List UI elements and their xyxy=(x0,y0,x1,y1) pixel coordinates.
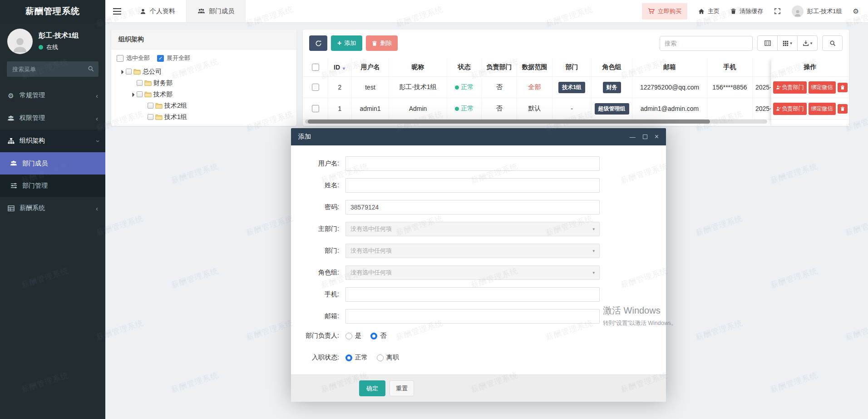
add-button[interactable]: +添加 xyxy=(331,35,362,51)
tree-node-company[interactable]: 总公司 xyxy=(117,66,291,77)
col-phone[interactable]: 手机 xyxy=(707,58,753,77)
delete-button[interactable]: 删除 xyxy=(366,35,398,51)
expand-all-checkbox[interactable]: ✓ xyxy=(157,55,164,62)
role-group-label: 角色组: xyxy=(291,269,345,277)
col-username[interactable]: 用户名 xyxy=(352,58,389,77)
export-button[interactable]: ▾ xyxy=(797,35,818,51)
sitemap-icon xyxy=(7,138,15,145)
sidebar-item-organization[interactable]: 组织架构 ‹ xyxy=(0,130,105,152)
sliders-icon xyxy=(10,182,17,189)
email-label: 邮箱: xyxy=(291,312,345,320)
buy-now-button[interactable]: 立即购买 xyxy=(642,3,687,20)
sidebar: 薪酬管理系统 彭工-技术1组 在线 ⚙ 常规管理 ‹ 权限管理 ‹ 组织架 xyxy=(0,0,105,419)
select-all-checkbox[interactable] xyxy=(312,64,319,71)
tree-node-tech-group1[interactable]: 技术1组 xyxy=(117,111,291,123)
tree-node-checkbox[interactable] xyxy=(126,69,132,75)
dept-badge: 技术1组 xyxy=(558,82,585,93)
tree-node-checkbox[interactable] xyxy=(148,103,153,109)
tab-dept-members[interactable]: 部门成员 xyxy=(186,0,246,22)
status-normal-radio[interactable]: 正常 xyxy=(345,354,368,362)
row-checkbox[interactable] xyxy=(312,84,319,91)
person-check-icon xyxy=(776,85,781,90)
tree-node-checkbox[interactable] xyxy=(137,91,143,97)
row-checkbox[interactable] xyxy=(312,105,319,112)
maximize-icon[interactable] xyxy=(643,135,647,139)
status-left-radio[interactable]: 离职 xyxy=(377,354,399,362)
close-icon[interactable]: × xyxy=(655,133,659,140)
reset-button[interactable]: 重置 xyxy=(390,380,414,396)
col-email[interactable]: 邮箱 xyxy=(632,58,707,77)
trash-icon xyxy=(840,85,845,90)
email-field[interactable] xyxy=(345,309,600,324)
col-dept[interactable]: 部门 xyxy=(552,58,592,77)
horizontal-scrollbar[interactable] xyxy=(305,120,767,124)
check-all-checkbox[interactable] xyxy=(117,55,123,62)
plus-icon: + xyxy=(337,40,341,47)
fullname-field[interactable] xyxy=(345,178,600,193)
tab-profile[interactable]: 个人资料 xyxy=(129,0,186,22)
col-id[interactable]: ID▼ xyxy=(328,58,352,77)
org-structure-panel: 组织架构 选中全部 ✓ 展开全部 总公司 财务部 xyxy=(111,30,296,126)
password-field[interactable] xyxy=(345,200,600,214)
assign-dept-button[interactable]: 负责部门 xyxy=(773,103,807,115)
sidebar-item-dept-members[interactable]: 部门成员 xyxy=(0,152,105,175)
main-dept-select[interactable]: 没有选中任何项▾ xyxy=(345,222,600,236)
sidebar-search-input[interactable] xyxy=(7,61,99,77)
detail-view-button[interactable] xyxy=(757,35,778,51)
tree-expand-caret[interactable] xyxy=(130,92,135,97)
sort-desc-icon: ▼ xyxy=(342,66,346,71)
tree-node-tech-group2[interactable]: 技术2组 xyxy=(117,100,291,111)
tree-node-checkbox[interactable] xyxy=(137,80,143,86)
user-status-label: 在线 xyxy=(46,43,58,51)
sidebar-item-dept-manage[interactable]: 部门管理 xyxy=(0,175,105,197)
trash-icon xyxy=(730,8,736,15)
col-leader[interactable]: 负责部门 xyxy=(482,58,517,77)
phone-label: 手机: xyxy=(291,290,345,299)
refresh-button[interactable] xyxy=(309,35,327,51)
columns-toggle-button[interactable]: ▾ xyxy=(777,35,798,51)
col-status[interactable]: 状态 xyxy=(447,58,482,77)
tree-node-finance[interactable]: 财务部 xyxy=(117,77,291,89)
leader-yes-radio[interactable]: 是 xyxy=(345,332,361,340)
bind-wechat-button[interactable]: 绑定微信 xyxy=(809,81,836,94)
table-row[interactable]: 2 test 彭工-技术1组 正常 否 全部 技术1组 财务 122795200… xyxy=(303,77,849,98)
status-badge: 正常 xyxy=(455,105,474,113)
fullscreen-button[interactable] xyxy=(774,8,781,15)
username-field[interactable] xyxy=(345,156,600,171)
bind-wechat-button[interactable]: 绑定微信 xyxy=(809,103,836,115)
assign-dept-button[interactable]: 负责部门 xyxy=(773,81,807,94)
clear-cache-button[interactable]: 清除缓存 xyxy=(730,7,763,15)
delete-row-button[interactable] xyxy=(838,104,848,114)
search-icon[interactable] xyxy=(88,65,94,72)
sidebar-item-permission[interactable]: 权限管理 ‹ xyxy=(0,107,105,130)
tree-node-tech[interactable]: 技术部 xyxy=(117,89,291,100)
leader-no-radio[interactable]: 否 xyxy=(370,332,386,340)
tree-expand-caret[interactable] xyxy=(119,70,124,74)
sidebar-item-general[interactable]: ⚙ 常规管理 ‹ xyxy=(0,84,105,107)
search-button[interactable] xyxy=(822,35,843,51)
dept-leader-label: 部门负责人: xyxy=(291,332,345,340)
tree-node-checkbox[interactable] xyxy=(148,114,153,120)
col-nickname[interactable]: 昵称 xyxy=(389,58,447,77)
menu-toggle-button[interactable] xyxy=(105,0,129,22)
table-icon xyxy=(7,205,15,212)
sidebar-user-panel: 彭工-技术1组 在线 xyxy=(0,23,105,59)
row-actions: 负责部门 绑定微信 xyxy=(771,77,849,98)
col-scope[interactable]: 数据范围 xyxy=(517,58,552,77)
delete-row-button[interactable] xyxy=(838,83,848,92)
row-actions: 负责部门 绑定微信 xyxy=(771,98,849,120)
home-button[interactable]: 主页 xyxy=(698,7,720,15)
phone-field[interactable] xyxy=(345,287,600,302)
col-role[interactable]: 角色组 xyxy=(592,58,632,77)
sidebar-item-salary[interactable]: 薪酬系统 ‹ xyxy=(0,197,105,219)
table-search-input[interactable] xyxy=(660,36,753,51)
minimize-icon[interactable]: — xyxy=(630,134,636,140)
scrollbar-thumb[interactable] xyxy=(308,120,710,124)
table-row[interactable]: 1 admin1 Admin 正常 否 默认 - 超级管理组 admin1@ad… xyxy=(303,98,849,120)
settings-gear-button[interactable]: ⚙ xyxy=(853,8,859,15)
confirm-button[interactable]: 确定 xyxy=(359,380,385,396)
role-group-select[interactable]: 没有选中任何项▾ xyxy=(345,265,600,280)
dept-select[interactable]: 没有选中任何项▾ xyxy=(345,244,600,258)
navbar-user-menu[interactable]: 彭工-技术1组 xyxy=(792,5,842,17)
role-badge: 超级管理组 xyxy=(595,103,629,115)
